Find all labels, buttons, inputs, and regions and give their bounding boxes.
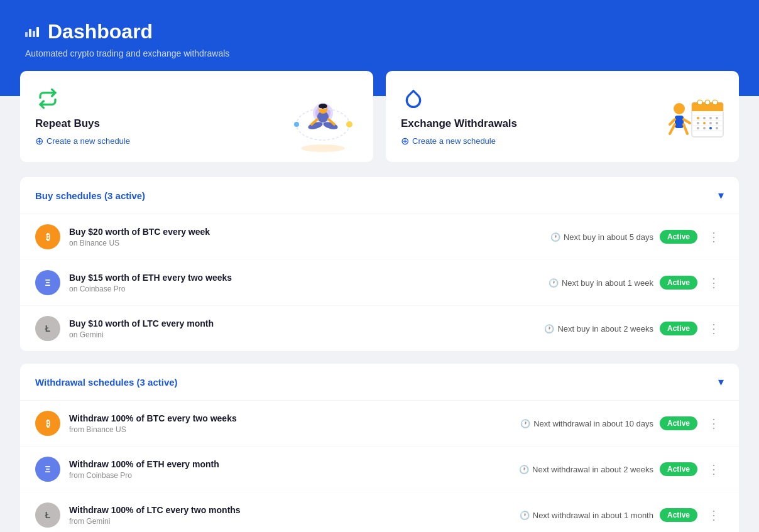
- withdrawal-eth-subtitle: from Coinbase Pro: [69, 471, 519, 480]
- svg-point-5: [319, 104, 327, 109]
- buy-btc-title: Buy $20 worth of BTC every week: [69, 227, 550, 237]
- clock-icon-2: 🕐: [549, 278, 559, 288]
- buy-schedules-header[interactable]: Buy schedules (3 active) ▾: [20, 177, 739, 214]
- withdrawal-btc-status: Active: [660, 416, 697, 430]
- clock-icon-4: 🕐: [520, 419, 530, 428]
- buy-schedules-section: Buy schedules (3 active) ▾ ₿ Buy $20 wor…: [20, 177, 739, 351]
- buy-eth-right: 🕐 Next buy in about 1 week Active ⋮: [549, 274, 724, 291]
- svg-point-40: [713, 100, 718, 105]
- withdrawal-eth-more-icon[interactable]: ⋮: [704, 460, 724, 478]
- svg-point-32: [709, 122, 712, 124]
- withdrawal-schedules-section: Withdrawal schedules (3 active) ▾ ₿ With…: [20, 364, 739, 532]
- buy-eth-info: Buy $15 worth of ETH every two weeks on …: [69, 273, 549, 293]
- plus-circle-icon: ⊕: [35, 135, 43, 147]
- droplet-icon-wrap: [401, 86, 426, 111]
- withdrawal-btc-more-icon[interactable]: ⋮: [704, 415, 724, 432]
- svg-point-30: [697, 122, 699, 124]
- droplet-icon: [403, 89, 423, 109]
- buy-schedules-chevron: ▾: [718, 188, 724, 202]
- buy-ltc-right: 🕐 Next buy in about 2 weeks Active ⋮: [544, 320, 724, 337]
- eth-icon-withdrawal: Ξ: [35, 457, 60, 482]
- svg-line-15: [670, 124, 675, 134]
- svg-point-37: [716, 127, 718, 129]
- svg-line-18: [684, 119, 690, 123]
- cards-row: Repeat Buys ⊕ Create a new schedule: [20, 71, 739, 162]
- buy-eth-title: Buy $15 worth of ETH every two weeks: [69, 273, 549, 283]
- exchange-withdrawals-illustration: [651, 93, 726, 156]
- svg-point-36: [709, 127, 712, 129]
- withdrawal-ltc-next: 🕐 Next withdrawal in about 1 month: [520, 511, 653, 520]
- svg-point-13: [674, 103, 685, 114]
- clock-icon-5: 🕐: [519, 465, 529, 474]
- exchange-withdrawals-card: Exchange Withdrawals ⊕ Create a new sche…: [386, 71, 739, 162]
- svg-point-35: [703, 127, 706, 129]
- clock-icon: 🕐: [550, 232, 560, 242]
- buy-btc-status: Active: [660, 230, 697, 244]
- page-title: Dashboard: [48, 20, 153, 43]
- buy-eth-more-icon[interactable]: ⋮: [704, 274, 724, 291]
- buy-ltc-title: Buy $10 worth of LTC every month: [69, 318, 544, 328]
- withdrawal-ltc-info: Withdraw 100% of LTC every two months fr…: [69, 505, 520, 526]
- svg-rect-14: [675, 116, 684, 128]
- withdrawal-eth-right: 🕐 Next withdrawal in about 2 weeks Activ…: [519, 460, 724, 478]
- svg-point-34: [697, 127, 699, 129]
- buy-btc-next: 🕐 Next buy in about 5 days: [550, 232, 653, 242]
- buy-btc-right: 🕐 Next buy in about 5 days Active ⋮: [550, 228, 724, 246]
- bar-chart-icon: [25, 27, 39, 37]
- svg-point-28: [709, 117, 712, 119]
- svg-line-16: [684, 124, 687, 134]
- ltc-icon-withdrawal: Ł: [35, 502, 60, 528]
- withdrawal-ltc-title: Withdraw 100% of LTC every two months: [69, 505, 520, 515]
- main-content: Repeat Buys ⊕ Create a new schedule: [0, 71, 759, 532]
- svg-point-0: [301, 144, 345, 152]
- svg-point-11: [346, 121, 352, 128]
- withdrawal-eth-next: 🕐 Next withdrawal in about 2 weeks: [519, 465, 653, 474]
- buy-ltc-status: Active: [660, 322, 697, 335]
- withdrawal-eth-title: Withdraw 100% of ETH every month: [69, 459, 519, 469]
- svg-rect-21: [692, 107, 723, 111]
- repeat-buys-card: Repeat Buys ⊕ Create a new schedule: [20, 71, 373, 162]
- svg-point-29: [716, 117, 718, 119]
- buy-ltc-more-icon[interactable]: ⋮: [704, 320, 724, 337]
- buy-schedule-btc: ₿ Buy $20 worth of BTC every week on Bin…: [20, 214, 739, 260]
- svg-point-26: [697, 117, 699, 119]
- svg-point-33: [716, 122, 718, 124]
- svg-point-38: [697, 100, 702, 105]
- repeat-buys-illustration: [285, 93, 361, 156]
- buy-schedules-title: Buy schedules (3 active): [35, 190, 145, 201]
- withdrawal-schedules-chevron: ▾: [718, 375, 724, 389]
- eth-icon-buy: Ξ: [35, 270, 60, 295]
- withdrawal-btc-subtitle: from Binance US: [69, 425, 520, 434]
- svg-point-27: [703, 117, 706, 119]
- buy-schedule-eth: Ξ Buy $15 worth of ETH every two weeks o…: [20, 260, 739, 306]
- clock-icon-3: 🕐: [544, 324, 554, 334]
- withdrawal-schedules-title: Withdrawal schedules (3 active): [35, 377, 178, 388]
- withdrawal-btc-right: 🕐 Next withdrawal in about 10 days Activ…: [520, 415, 724, 432]
- withdrawal-schedule-ltc: Ł Withdraw 100% of LTC every two months …: [20, 492, 739, 532]
- ltc-icon-buy: Ł: [35, 316, 60, 341]
- buy-eth-next: 🕐 Next buy in about 1 week: [549, 278, 653, 288]
- withdrawal-ltc-subtitle: from Gemini: [69, 517, 520, 526]
- withdrawal-ltc-right: 🕐 Next withdrawal in about 1 month Activ…: [520, 506, 724, 524]
- withdrawal-ltc-status: Active: [660, 508, 697, 522]
- buy-ltc-info: Buy $10 worth of LTC every month on Gemi…: [69, 318, 544, 339]
- withdrawal-btc-info: Withdraw 100% of BTC every two weeks fro…: [69, 413, 520, 434]
- btc-icon-withdrawal: ₿: [35, 411, 60, 436]
- withdrawal-btc-title: Withdraw 100% of BTC every two weeks: [69, 413, 520, 423]
- buy-ltc-subtitle: on Gemini: [69, 330, 544, 339]
- buy-ltc-next: 🕐 Next buy in about 2 weeks: [544, 324, 653, 334]
- buy-btc-subtitle: on Binance US: [69, 239, 550, 247]
- svg-point-31: [703, 122, 706, 124]
- plus-circle-icon-2: ⊕: [401, 135, 409, 147]
- withdrawal-ltc-more-icon[interactable]: ⋮: [704, 506, 724, 524]
- withdrawal-eth-info: Withdraw 100% of ETH every month from Co…: [69, 459, 519, 480]
- buy-schedule-ltc: Ł Buy $10 worth of LTC every month on Ge…: [20, 306, 739, 351]
- svg-point-39: [705, 100, 710, 105]
- repeat-icon-wrap: [35, 86, 60, 111]
- repeat-icon: [38, 89, 58, 109]
- page-subtitle: Automated crypto trading and exchange wi…: [25, 48, 734, 58]
- withdrawal-schedules-header[interactable]: Withdrawal schedules (3 active) ▾: [20, 364, 739, 401]
- buy-btc-more-icon[interactable]: ⋮: [704, 228, 724, 246]
- buy-btc-info: Buy $20 worth of BTC every week on Binan…: [69, 227, 550, 247]
- withdrawal-eth-status: Active: [660, 462, 697, 476]
